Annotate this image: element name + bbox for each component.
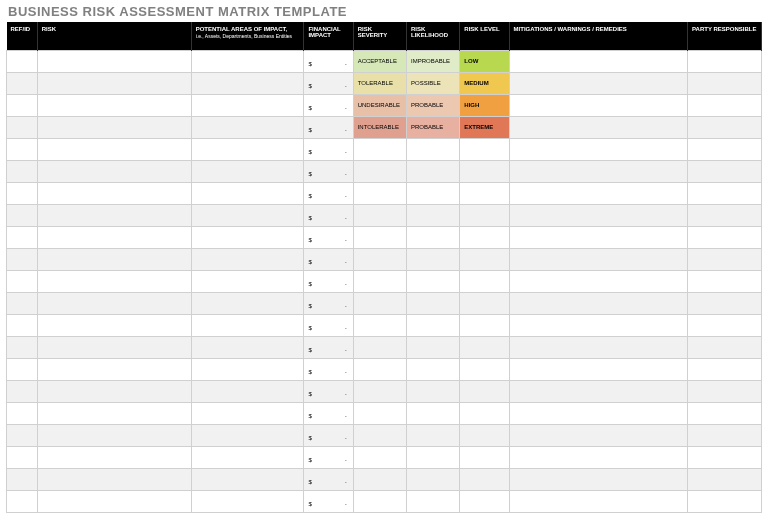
cell-lvl[interactable]: EXTREME <box>460 116 509 138</box>
cell-ref[interactable] <box>7 116 38 138</box>
cell-mit[interactable] <box>509 292 687 314</box>
cell-ref[interactable] <box>7 358 38 380</box>
cell-fin[interactable]: $- <box>304 138 353 160</box>
cell-areas[interactable] <box>191 226 304 248</box>
cell-ref[interactable] <box>7 182 38 204</box>
cell-lvl[interactable] <box>460 314 509 336</box>
cell-party[interactable] <box>688 204 762 226</box>
cell-sev[interactable]: TOLERABLE <box>353 72 406 94</box>
cell-lvl[interactable] <box>460 226 509 248</box>
cell-sev[interactable]: ACCEPTABLE <box>353 50 406 72</box>
cell-mit[interactable] <box>509 270 687 292</box>
cell-fin[interactable]: $- <box>304 248 353 270</box>
cell-party[interactable] <box>688 402 762 424</box>
cell-areas[interactable] <box>191 72 304 94</box>
cell-ref[interactable] <box>7 94 38 116</box>
cell-fin[interactable]: $- <box>304 402 353 424</box>
cell-areas[interactable] <box>191 50 304 72</box>
cell-fin[interactable]: $- <box>304 468 353 490</box>
cell-risk[interactable] <box>37 336 191 358</box>
cell-sev[interactable] <box>353 226 406 248</box>
cell-risk[interactable] <box>37 358 191 380</box>
cell-lvl[interactable]: LOW <box>460 50 509 72</box>
cell-lik[interactable] <box>407 138 460 160</box>
cell-areas[interactable] <box>191 358 304 380</box>
cell-lik[interactable] <box>407 248 460 270</box>
cell-mit[interactable] <box>509 116 687 138</box>
cell-mit[interactable] <box>509 226 687 248</box>
cell-lvl[interactable] <box>460 248 509 270</box>
cell-fin[interactable]: $- <box>304 204 353 226</box>
cell-party[interactable] <box>688 160 762 182</box>
cell-mit[interactable] <box>509 446 687 468</box>
cell-ref[interactable] <box>7 380 38 402</box>
cell-areas[interactable] <box>191 160 304 182</box>
cell-risk[interactable] <box>37 160 191 182</box>
cell-mit[interactable] <box>509 94 687 116</box>
cell-areas[interactable] <box>191 468 304 490</box>
cell-ref[interactable] <box>7 270 38 292</box>
cell-lik[interactable]: PROBABLE <box>407 116 460 138</box>
cell-risk[interactable] <box>37 204 191 226</box>
cell-lik[interactable] <box>407 270 460 292</box>
cell-lvl[interactable] <box>460 160 509 182</box>
cell-fin[interactable]: $- <box>304 336 353 358</box>
cell-mit[interactable] <box>509 468 687 490</box>
cell-risk[interactable] <box>37 490 191 512</box>
cell-fin[interactable]: $- <box>304 270 353 292</box>
cell-party[interactable] <box>688 226 762 248</box>
cell-risk[interactable] <box>37 314 191 336</box>
cell-lik[interactable] <box>407 468 460 490</box>
cell-ref[interactable] <box>7 402 38 424</box>
cell-party[interactable] <box>688 424 762 446</box>
cell-areas[interactable] <box>191 490 304 512</box>
cell-mit[interactable] <box>509 50 687 72</box>
cell-ref[interactable] <box>7 336 38 358</box>
cell-fin[interactable]: $- <box>304 358 353 380</box>
cell-mit[interactable] <box>509 160 687 182</box>
cell-fin[interactable]: $- <box>304 94 353 116</box>
cell-ref[interactable] <box>7 292 38 314</box>
cell-sev[interactable] <box>353 292 406 314</box>
cell-lik[interactable] <box>407 402 460 424</box>
cell-fin[interactable]: $- <box>304 72 353 94</box>
cell-fin[interactable]: $- <box>304 160 353 182</box>
cell-lik[interactable] <box>407 336 460 358</box>
cell-risk[interactable] <box>37 468 191 490</box>
cell-risk[interactable] <box>37 72 191 94</box>
cell-areas[interactable] <box>191 292 304 314</box>
cell-sev[interactable] <box>353 424 406 446</box>
cell-sev[interactable] <box>353 490 406 512</box>
cell-ref[interactable] <box>7 226 38 248</box>
cell-risk[interactable] <box>37 94 191 116</box>
cell-sev[interactable] <box>353 204 406 226</box>
cell-areas[interactable] <box>191 336 304 358</box>
cell-lvl[interactable]: MEDIUM <box>460 72 509 94</box>
cell-ref[interactable] <box>7 50 38 72</box>
cell-mit[interactable] <box>509 314 687 336</box>
cell-areas[interactable] <box>191 94 304 116</box>
cell-sev[interactable] <box>353 182 406 204</box>
cell-ref[interactable] <box>7 468 38 490</box>
cell-risk[interactable] <box>37 402 191 424</box>
cell-risk[interactable] <box>37 138 191 160</box>
cell-sev[interactable]: UNDESIRABLE <box>353 94 406 116</box>
cell-ref[interactable] <box>7 72 38 94</box>
cell-party[interactable] <box>688 380 762 402</box>
cell-areas[interactable] <box>191 424 304 446</box>
cell-lvl[interactable] <box>460 204 509 226</box>
cell-party[interactable] <box>688 116 762 138</box>
cell-sev[interactable] <box>353 160 406 182</box>
cell-areas[interactable] <box>191 248 304 270</box>
cell-sev[interactable]: INTOLERABLE <box>353 116 406 138</box>
cell-lik[interactable] <box>407 292 460 314</box>
cell-lik[interactable]: PROBABLE <box>407 94 460 116</box>
cell-sev[interactable] <box>353 138 406 160</box>
cell-ref[interactable] <box>7 248 38 270</box>
cell-areas[interactable] <box>191 446 304 468</box>
cell-party[interactable] <box>688 72 762 94</box>
cell-lvl[interactable] <box>460 446 509 468</box>
cell-mit[interactable] <box>509 424 687 446</box>
cell-risk[interactable] <box>37 446 191 468</box>
cell-fin[interactable]: $- <box>304 182 353 204</box>
